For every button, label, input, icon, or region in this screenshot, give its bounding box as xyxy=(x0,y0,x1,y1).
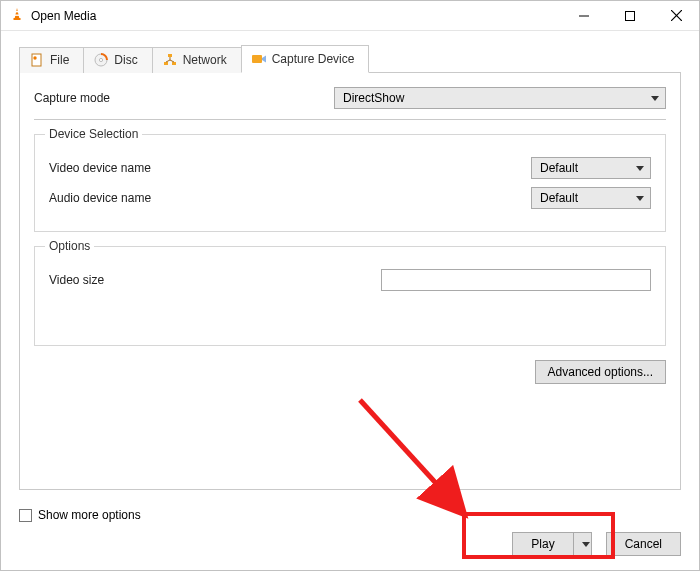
video-device-row: Video device name Default xyxy=(49,157,651,179)
play-button[interactable]: Play xyxy=(512,532,573,556)
tab-network-label: Network xyxy=(183,53,227,67)
maximize-button[interactable] xyxy=(607,1,653,31)
svg-rect-17 xyxy=(252,55,262,63)
chevron-down-icon xyxy=(636,166,644,171)
tab-disc-label: Disc xyxy=(114,53,137,67)
svg-rect-13 xyxy=(172,62,176,65)
capture-device-icon xyxy=(252,52,266,66)
svg-line-15 xyxy=(166,60,170,62)
play-button-label: Play xyxy=(531,537,554,551)
chevron-down-icon xyxy=(582,542,590,547)
svg-point-10 xyxy=(100,58,103,61)
tab-disc[interactable]: Disc xyxy=(83,47,152,73)
options-group: Options Video size xyxy=(34,246,666,346)
titlebar: Open Media xyxy=(1,1,699,31)
audio-device-dropdown[interactable]: Default xyxy=(531,187,651,209)
vlc-cone-icon xyxy=(9,6,25,25)
tab-network[interactable]: Network xyxy=(152,47,242,73)
capture-panel: Capture mode DirectShow Device Selection… xyxy=(19,73,681,490)
tabs-bar: File Disc Network Capture Device xyxy=(19,45,681,73)
audio-device-value: Default xyxy=(540,191,578,205)
svg-line-16 xyxy=(170,60,174,62)
video-size-row: Video size xyxy=(49,269,651,291)
audio-device-row: Audio device name Default xyxy=(49,187,651,209)
options-title: Options xyxy=(45,239,94,253)
video-device-value: Default xyxy=(540,161,578,175)
separator xyxy=(34,119,666,120)
capture-mode-value: DirectShow xyxy=(343,91,404,105)
network-icon xyxy=(163,53,177,67)
video-device-dropdown[interactable]: Default xyxy=(531,157,651,179)
device-selection-title: Device Selection xyxy=(45,127,142,141)
capture-mode-row: Capture mode DirectShow xyxy=(34,87,666,109)
svg-rect-1 xyxy=(15,11,19,12)
show-more-options-checkbox[interactable] xyxy=(19,509,32,522)
play-split-button: Play xyxy=(512,532,591,556)
open-media-window: Open Media File Disc xyxy=(0,0,700,571)
svg-point-8 xyxy=(33,56,36,59)
close-button[interactable] xyxy=(653,1,699,31)
svg-rect-11 xyxy=(168,54,172,57)
svg-rect-12 xyxy=(164,62,168,65)
video-size-input[interactable] xyxy=(381,269,651,291)
chevron-down-icon xyxy=(651,96,659,101)
capture-mode-dropdown[interactable]: DirectShow xyxy=(334,87,666,109)
svg-rect-7 xyxy=(32,54,41,66)
advanced-options-button[interactable]: Advanced options... xyxy=(535,360,666,384)
dialog-content: File Disc Network Capture Device xyxy=(1,31,699,500)
capture-mode-label: Capture mode xyxy=(34,91,334,105)
minimize-button[interactable] xyxy=(561,1,607,31)
disc-icon xyxy=(94,53,108,67)
svg-rect-0 xyxy=(14,18,21,20)
cancel-button[interactable]: Cancel xyxy=(606,532,681,556)
tab-file-label: File xyxy=(50,53,69,67)
video-device-label: Video device name xyxy=(49,161,531,175)
cancel-button-label: Cancel xyxy=(625,537,662,551)
svg-rect-4 xyxy=(626,11,635,20)
footer-buttons: Play Cancel xyxy=(19,532,681,556)
show-more-options-row[interactable]: Show more options xyxy=(19,508,681,522)
device-selection-group: Device Selection Video device name Defau… xyxy=(34,134,666,232)
svg-rect-2 xyxy=(15,15,20,16)
tab-capture-label: Capture Device xyxy=(272,52,355,66)
dialog-footer: Show more options Play Cancel xyxy=(1,500,699,570)
show-more-options-label: Show more options xyxy=(38,508,141,522)
video-size-label: Video size xyxy=(49,273,381,287)
tab-file[interactable]: File xyxy=(19,47,84,73)
window-title: Open Media xyxy=(31,9,96,23)
audio-device-label: Audio device name xyxy=(49,191,531,205)
file-icon xyxy=(30,53,44,67)
play-dropdown-button[interactable] xyxy=(574,532,592,556)
tab-capture-device[interactable]: Capture Device xyxy=(241,45,370,73)
chevron-down-icon xyxy=(636,196,644,201)
advanced-options-label: Advanced options... xyxy=(548,365,653,379)
